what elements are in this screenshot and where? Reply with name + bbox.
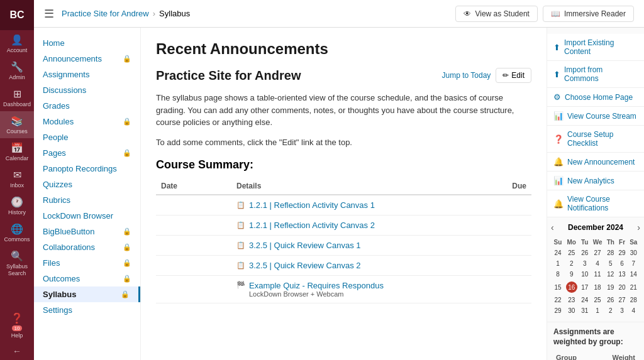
nav-item-admin[interactable]: 🔧 Admin [0, 57, 34, 84]
sidebar-item-home[interactable]: Home [34, 35, 140, 51]
sidebar-item-outcomes[interactable]: Outcomes 🔒 [34, 271, 140, 286]
calendar-day[interactable]: 12 [605, 270, 616, 279]
assignment-icon-3: 📋 [236, 241, 245, 249]
nav-item-history[interactable]: 🕐 History [0, 192, 34, 219]
nav-item-calendar[interactable]: 📅 Calendar [0, 138, 34, 165]
nav-item-courses[interactable]: 📚 Courses [0, 111, 34, 138]
item-link-4[interactable]: 📋 3.2.5 | Quick Review Canvas 2 [236, 261, 476, 270]
import-existing-button[interactable]: ⬆ Import Existing Content [547, 34, 644, 61]
nav-item-commons[interactable]: 🌐 Commons [0, 219, 34, 246]
calendar-day[interactable]: 8 [552, 270, 564, 279]
calendar-day[interactable]: 4 [591, 259, 604, 268]
calendar-day[interactable]: 10 [579, 270, 590, 279]
calendar-day[interactable]: 22 [552, 295, 564, 305]
hamburger-menu[interactable]: ☰ [44, 7, 54, 21]
calendar-day[interactable]: 28 [628, 295, 639, 305]
calendar-day[interactable]: 30 [565, 306, 578, 315]
calendar-grid: Su Mo Tu We Th Fr Sa 2425262728293012345… [551, 236, 640, 317]
setup-checklist-button[interactable]: ❓ Course Setup Checklist [547, 126, 644, 153]
calendar-day[interactable]: 2 [565, 259, 578, 268]
calendar-day[interactable]: 25 [565, 248, 578, 258]
view-stream-icon: 📊 [553, 111, 564, 121]
view-as-student-button[interactable]: 👁 View as Student [455, 6, 538, 22]
help-badge: 10 [12, 325, 23, 331]
nav-item-collapse[interactable]: ← [0, 342, 34, 360]
nav-item-help[interactable]: ❓ 10 Help [0, 308, 34, 342]
quiz-link[interactable]: Example Quiz - Requires Respondus [249, 281, 384, 290]
item-link-1[interactable]: 📋 1.2.1 | Reflection Activity Canvas 1 [236, 200, 476, 210]
calendar-day[interactable]: 30 [628, 248, 639, 258]
sidebar-item-modules[interactable]: Modules 🔒 [34, 114, 140, 129]
calendar-day[interactable]: 28 [605, 248, 616, 258]
calendar-day[interactable]: 23 [565, 295, 578, 305]
item-link-3[interactable]: 📋 3.2.5 | Quick Review Canvas 1 [236, 241, 476, 250]
calendar-day[interactable]: 27 [618, 295, 627, 305]
course-title: Practice Site for Andrew [156, 68, 301, 83]
calendar-day[interactable]: 2 [605, 306, 616, 315]
calendar-day[interactable]: 3 [618, 306, 627, 315]
choose-home-button[interactable]: ⚙ Choose Home Page [547, 88, 644, 107]
calendar-day[interactable]: 7 [628, 259, 639, 268]
new-announcement-button[interactable]: 🔔 New Announcement [547, 153, 644, 172]
import-commons-label: Import from Commons [564, 65, 638, 83]
calendar-day[interactable]: 20 [618, 280, 627, 294]
calendar-day[interactable]: 26 [579, 248, 590, 258]
calendar-day[interactable]: 16 [565, 280, 578, 294]
calendar-day[interactable]: 29 [618, 248, 627, 258]
sidebar-item-rubrics[interactable]: Rubrics [34, 192, 140, 208]
nav-item-account[interactable]: 👤 Account [0, 30, 34, 57]
calendar-day[interactable]: 11 [591, 270, 604, 279]
calendar-day[interactable]: 14 [628, 270, 639, 279]
calendar-day[interactable]: 1 [591, 306, 604, 315]
calendar-day[interactable]: 3 [579, 259, 590, 268]
calendar-day[interactable]: 4 [628, 306, 639, 315]
immersive-reader-label: Immersive Reader [564, 9, 626, 18]
calendar-day[interactable]: 24 [552, 248, 564, 258]
immersive-reader-button[interactable]: 📖 Immersive Reader [543, 6, 634, 22]
sidebar-item-assignments[interactable]: Assignments [34, 67, 140, 82]
sidebar-label-discussions: Discussions [43, 85, 86, 95]
calendar-day[interactable]: 5 [605, 259, 616, 268]
item-link-2[interactable]: 📋 1.2.1 | Reflection Activity Canvas 2 [236, 221, 476, 230]
sidebar-item-syllabus[interactable]: Syllabus 🔒 [34, 286, 140, 302]
calendar-day[interactable]: 18 [591, 280, 604, 294]
nav-item-inbox[interactable]: ✉ Inbox [0, 165, 34, 192]
sidebar-item-files[interactable]: Files 🔒 [34, 255, 140, 271]
sidebar-item-announcements[interactable]: Announcements 🔒 [34, 51, 140, 67]
sidebar-item-people[interactable]: People [34, 129, 140, 145]
sidebar-item-pages[interactable]: Pages 🔒 [34, 145, 140, 161]
import-commons-button[interactable]: ⬆ Import from Commons [547, 61, 644, 88]
calendar-day[interactable]: 15 [552, 280, 564, 294]
jump-today-link[interactable]: Jump to Today [441, 71, 491, 80]
sidebar-item-grades[interactable]: Grades [34, 98, 140, 114]
calendar-day[interactable]: 31 [579, 306, 590, 315]
new-analytics-button[interactable]: 📊 New Analytics [547, 172, 644, 190]
calendar-day[interactable]: 26 [605, 295, 616, 305]
view-notifications-button[interactable]: 🔔 View Course Notifications [547, 190, 644, 217]
sidebar-item-lockdown[interactable]: LockDown Browser [34, 208, 140, 224]
sidebar-item-bigbluebutton[interactable]: BigBlueButton 🔒 [34, 224, 140, 239]
calendar-day[interactable]: 13 [618, 270, 627, 279]
view-stream-button[interactable]: 📊 View Course Stream [547, 107, 644, 126]
calendar-day[interactable]: 17 [579, 280, 590, 294]
sidebar-item-quizzes[interactable]: Quizzes [34, 177, 140, 192]
calendar-day[interactable]: 25 [591, 295, 604, 305]
calendar-day[interactable]: 6 [618, 259, 627, 268]
nav-item-syllabus-search[interactable]: 🔍 Syllabus Search [0, 246, 34, 281]
calendar-day[interactable]: 24 [579, 295, 590, 305]
calendar-day[interactable]: 1 [552, 259, 564, 268]
calendar-day[interactable]: 21 [628, 280, 639, 294]
sidebar-item-settings[interactable]: Settings [34, 302, 140, 318]
calendar-day[interactable]: 9 [565, 270, 578, 279]
nav-item-dashboard[interactable]: ⊞ Dashboard [0, 84, 34, 111]
calendar-next-button[interactable]: › [637, 222, 640, 232]
calendar-day[interactable]: 19 [605, 280, 616, 294]
calendar-day[interactable]: 27 [591, 248, 604, 258]
sidebar-item-panopto[interactable]: Panopto Recordings [34, 161, 140, 177]
calendar-day[interactable]: 29 [552, 306, 564, 315]
edit-button[interactable]: ✏ Edit [496, 68, 531, 83]
sidebar-item-discussions[interactable]: Discussions [34, 82, 140, 98]
breadcrumb-site-link[interactable]: Practice Site for Andrew [62, 9, 149, 18]
calendar-prev-button[interactable]: ‹ [551, 222, 554, 232]
sidebar-item-collaborations[interactable]: Collaborations 🔒 [34, 239, 140, 255]
